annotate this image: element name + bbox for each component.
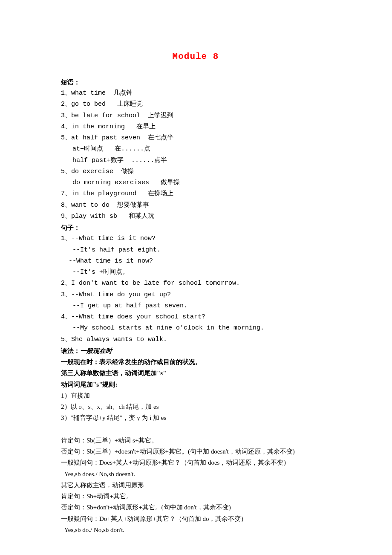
grammar-line: 否定句：Sb(三单）+doesn't+动词原形+其它。(句中加 doesn't，…	[61, 446, 330, 457]
grammar-line: 3）"辅音字母+y 结尾"，变 y 为 i 加 es	[61, 412, 330, 423]
sentence-item: --What time is it now?	[61, 256, 330, 267]
phrases-heading: 短语：	[61, 77, 330, 88]
phrase-item: 7、in the playground 在操场上	[61, 188, 330, 199]
phrase-item: 5、do exercise 做操	[61, 166, 330, 177]
sentences-heading: 句子：	[61, 222, 330, 233]
grammar-line: 肯定句：Sb+动词+其它。	[61, 491, 330, 502]
sentence-item: 4、--What time does your school start?	[61, 312, 330, 323]
phrase-item: 2、go to bed 上床睡觉	[61, 99, 330, 110]
sentence-item: --It's half past eight.	[61, 245, 330, 256]
grammar-line: 一般现在时：表示经常发生的动作或目前的状况。	[61, 356, 330, 367]
phrase-item: 3、be late for school 上学迟到	[61, 110, 330, 121]
grammar-line: 第三人称单数做主语，动词词尾加"s"	[61, 367, 330, 379]
module-title: Module 8	[61, 49, 330, 65]
phrase-item: do morning exercises 做早操	[61, 177, 330, 188]
grammar-line: 其它人称做主语，动词用原形	[61, 480, 330, 491]
grammar-line: 否定句：Sb+don't+动词原形+其它。(句中加 don't，其余不变)	[61, 502, 330, 513]
blank-line	[61, 424, 330, 435]
grammar-line: 动词词尾加"s"规则:	[61, 379, 330, 390]
sentence-item: 5、She always wants to walk.	[61, 334, 330, 345]
phrase-item: 8、want to do 想要做某事	[61, 200, 330, 211]
grammar-line: Yes,sb do./ No,sb don't.	[61, 524, 330, 535]
phrase-item: at+时间点 在......点	[61, 144, 330, 155]
sentence-item: --I get up at half past seven.	[61, 301, 330, 312]
phrase-item: 1、what time 几点钟	[61, 88, 330, 99]
sentence-item: --My school starts at nine o'clock in th…	[61, 323, 330, 334]
sentence-item: 3、--What time do you get up?	[61, 289, 330, 301]
grammar-line: 1）直接加	[61, 390, 330, 401]
grammar-line: 一般疑问句：Do+某人+动词原形+其它？（句首加 do，其余不变）	[61, 513, 330, 524]
grammar-heading: 语法：	[61, 347, 80, 354]
phrase-item: 9、play with sb 和某人玩	[61, 211, 330, 222]
grammar-line: 一般疑问句：Does+某人+动词原形+其它？（句首加 does，动词还原，其余不…	[61, 457, 330, 468]
phrase-item: half past+数字 ......点半	[61, 155, 330, 166]
grammar-line: 肯定句：Sb(三单）+动词 s+其它。	[61, 435, 330, 446]
sentence-item: 2、I don't want to be late for school tom…	[61, 278, 330, 289]
document-page: Module 8 短语： 1、what time 几点钟 2、go to bed…	[0, 0, 392, 555]
sentence-item: 1、--What time is it now?	[61, 233, 330, 244]
grammar-line: 2）以 o、s、x、sh、ch 结尾，加 es	[61, 401, 330, 412]
sentence-item: --It's +时间点。	[61, 267, 330, 278]
grammar-title: 一般现在时	[80, 347, 112, 354]
grammar-line: Yes,sb does./ No,sb doesn't.	[61, 468, 330, 480]
phrase-item: 4、in the morning 在早上	[61, 121, 330, 133]
phrase-item: 5、at half past seven 在七点半	[61, 133, 330, 144]
grammar-heading-row: 语法：一般现在时	[61, 345, 330, 356]
